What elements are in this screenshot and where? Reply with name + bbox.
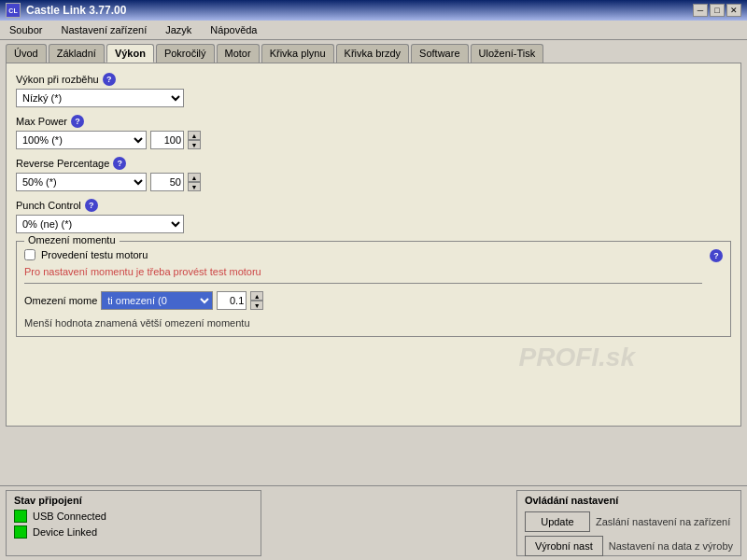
- max-power-control: 100% (*) ▲ ▼: [16, 131, 731, 149]
- control-title: Ovládání nastavení: [525, 495, 618, 506]
- startup-power-select[interactable]: Nízký (*): [16, 89, 184, 107]
- window-title: Castle Link 3.77.00: [26, 4, 126, 17]
- reverse-percentage-input[interactable]: [150, 173, 184, 191]
- factory-row: Výrobní nast Nastavení na data z výroby: [525, 536, 733, 556]
- usb-label: USB Connected: [33, 511, 106, 522]
- menu-bar: Soubor Nastavení zařízení Jazyk Nápověda: [0, 21, 747, 40]
- omezeni-spinner[interactable]: ▲ ▼: [250, 291, 263, 310]
- maximize-button[interactable]: □: [710, 4, 725, 17]
- startup-power-row: Výkon při rozběhu ? Nízký (*): [16, 73, 731, 107]
- omezeni-select[interactable]: ti omezení (0: [101, 291, 213, 310]
- title-bar-left: CL Castle Link 3.77.00: [6, 3, 126, 18]
- status-spacer: [269, 490, 508, 556]
- motor-test-label: Provedení testu motoru: [41, 249, 148, 260]
- omezeni-input[interactable]: [217, 291, 247, 310]
- omezeni-down[interactable]: ▼: [250, 301, 263, 310]
- motor-test-checkbox[interactable]: [24, 249, 35, 260]
- startup-power-label: Výkon při rozběhu ?: [16, 73, 731, 86]
- omezeni-label: Omezení mome: [24, 295, 97, 306]
- reverse-percentage-help-icon[interactable]: ?: [113, 157, 126, 170]
- punch-control-label: Punch Control ?: [16, 199, 731, 212]
- tab-pokrocily[interactable]: Pokročilý: [156, 44, 215, 63]
- tab-krivka-brzdy[interactable]: Křivka brzdy: [336, 44, 410, 63]
- motor-test-checkbox-row: Provedení testu motoru: [24, 249, 702, 260]
- max-power-spinner[interactable]: ▲ ▼: [188, 131, 201, 149]
- watermark: PROFI.sk: [519, 343, 635, 372]
- separator: [24, 283, 702, 284]
- max-power-row: Max Power ? 100% (*) ▲ ▼: [16, 115, 731, 149]
- torque-help-icon[interactable]: ?: [710, 249, 723, 262]
- max-power-input[interactable]: [150, 131, 184, 149]
- main-content: PROFI.sk Výkon při rozběhu ? Nízký (*) M…: [6, 63, 741, 427]
- reverse-down[interactable]: ▼: [188, 182, 201, 191]
- omezeni-up[interactable]: ▲: [250, 291, 263, 301]
- update-row: Update Zaslání nastavení na zařízení: [525, 511, 730, 532]
- startup-power-control: Nízký (*): [16, 89, 731, 107]
- reverse-percentage-control: 50% (*) ▲ ▼: [16, 173, 731, 191]
- status-bar: Stav připojení USB Connected Device Link…: [0, 485, 747, 560]
- reverse-percentage-label: Reverse Percentage ?: [16, 157, 731, 170]
- factory-button[interactable]: Výrobní nast: [525, 536, 603, 556]
- menu-soubor[interactable]: Soubor: [4, 22, 48, 37]
- minimize-button[interactable]: ─: [693, 4, 708, 17]
- tab-software[interactable]: Software: [411, 44, 468, 63]
- reverse-percentage-row: Reverse Percentage ? 50% (*) ▲ ▼: [16, 157, 731, 191]
- max-power-help-icon[interactable]: ?: [71, 115, 84, 128]
- max-power-select[interactable]: 100% (*): [16, 131, 147, 149]
- factory-desc: Nastavení na data z výroby: [609, 540, 733, 552]
- reverse-up[interactable]: ▲: [188, 173, 201, 182]
- tab-bar: Úvod Základní Výkon Pokročilý Motor Křiv…: [0, 40, 747, 63]
- update-button[interactable]: Update: [525, 511, 590, 532]
- max-power-up[interactable]: ▲: [188, 131, 201, 140]
- tab-vykon[interactable]: Výkon: [106, 44, 154, 63]
- connection-status-panel: Stav připojení USB Connected Device Link…: [6, 490, 261, 556]
- close-button[interactable]: ✕: [726, 4, 741, 17]
- connection-title: Stav připojení: [14, 495, 253, 506]
- device-status-row: Device Linked: [14, 525, 253, 539]
- torque-warning: Pro nastavení momentu je třeba provést t…: [24, 266, 702, 277]
- max-power-label: Max Power ?: [16, 115, 731, 128]
- usb-status-row: USB Connected: [14, 510, 253, 523]
- device-led: [14, 525, 27, 539]
- torque-limit-group: Omezení momentu Provedení testu motoru P…: [16, 241, 731, 337]
- menu-jazyk[interactable]: Jazyk: [160, 22, 197, 37]
- menu-napoveda[interactable]: Nápověda: [204, 22, 262, 37]
- punch-control-control: 0% (ne) (*): [16, 215, 731, 233]
- torque-omezeni-row: Omezení mome ti omezení (0 ▲ ▼: [24, 291, 702, 310]
- tab-uvod[interactable]: Úvod: [6, 44, 47, 63]
- update-desc: Zaslání nastavení na zařízení: [596, 516, 730, 527]
- punch-control-select[interactable]: 0% (ne) (*): [16, 215, 184, 233]
- menu-nastaveni[interactable]: Nastavení zařízení: [55, 22, 152, 37]
- window-controls: ─ □ ✕: [693, 4, 741, 17]
- title-bar: CL Castle Link 3.77.00 ─ □ ✕: [0, 0, 747, 21]
- torque-note: Menší hodnota znamená větší omezení mome…: [24, 317, 702, 329]
- torque-limit-title: Omezení momentu: [24, 234, 120, 245]
- tab-zakladni[interactable]: Základní: [49, 44, 105, 63]
- tab-motor[interactable]: Motor: [217, 44, 260, 63]
- app-icon: CL: [6, 3, 21, 18]
- tab-ulozeni-tisk[interactable]: Uložení-Tisk: [471, 44, 544, 63]
- tab-krivka-plynu[interactable]: Křivka plynu: [261, 44, 334, 63]
- startup-power-help-icon[interactable]: ?: [103, 73, 116, 86]
- control-panel: Ovládání nastavení Update Zaslání nastav…: [516, 490, 741, 556]
- punch-control-row: Punch Control ? 0% (ne) (*): [16, 199, 731, 233]
- usb-led: [14, 510, 27, 523]
- device-label: Device Linked: [33, 526, 97, 538]
- reverse-percentage-select[interactable]: 50% (*): [16, 173, 147, 191]
- max-power-down[interactable]: ▼: [188, 140, 201, 149]
- punch-control-help-icon[interactable]: ?: [85, 199, 98, 212]
- reverse-percentage-spinner[interactable]: ▲ ▼: [188, 173, 201, 191]
